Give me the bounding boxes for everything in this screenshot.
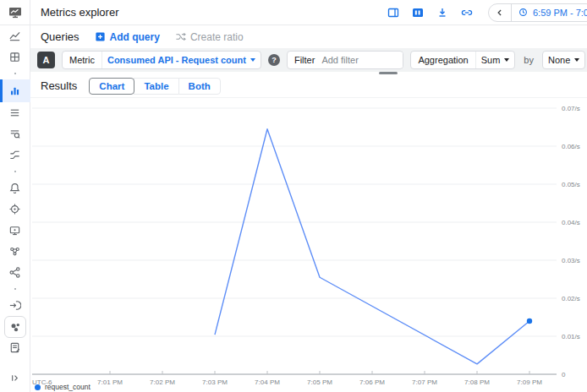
uptime-target-icon (8, 203, 21, 215)
alerting-bell-icon (8, 182, 21, 194)
chevron-left-icon (495, 8, 505, 18)
nav-divider-dot (0, 166, 30, 177)
sidebar-item-media[interactable] (0, 220, 30, 241)
sidebar-item-overview[interactable] (0, 25, 30, 46)
integrations-icon (8, 299, 21, 312)
time-range-picker[interactable]: 6:59 PM - 7:0 (488, 3, 587, 22)
metric-label: Metric (63, 55, 101, 65)
main-content: Metrics explorer (30, 0, 587, 392)
svg-text:0.07/s: 0.07/s (562, 105, 580, 112)
monitoring-logo-icon (8, 5, 23, 20)
sidebar-item-groups[interactable] (0, 316, 30, 337)
sidebar-expand-toggle[interactable] (0, 368, 30, 389)
sidebar-item-groups-cluster[interactable] (0, 241, 30, 262)
filter-input[interactable] (321, 52, 403, 68)
results-section: Results Chart Table Both 0.07/s0.06/s0.0… (30, 72, 587, 392)
chart-panel-icon (411, 6, 425, 19)
time-range-value[interactable]: 6:59 PM - 7:0 (512, 4, 587, 21)
time-back-button[interactable] (489, 4, 511, 21)
sidebar-item-settings-doc[interactable] (0, 337, 30, 358)
svg-text:7:01 PM: 7:01 PM (97, 378, 123, 386)
sidebar-item-integrations[interactable] (0, 295, 30, 316)
by-label: by (522, 55, 535, 65)
query-letter-badge[interactable]: A (37, 52, 55, 68)
svg-text:7:06 PM: 7:06 PM (359, 378, 385, 386)
top-bar: Metrics explorer (30, 0, 587, 25)
filter-chip: Filter (287, 51, 403, 69)
overview-chart-icon (8, 30, 21, 42)
groups-highlight-box (4, 316, 26, 338)
tab-chart[interactable]: Chart (89, 78, 134, 95)
side-panel-button[interactable] (387, 6, 400, 19)
create-ratio-button[interactable]: Create ratio (175, 31, 244, 43)
download-button[interactable] (436, 6, 449, 19)
metric-chip: Metric Consumed API - Request count (62, 51, 261, 69)
metric-dropdown[interactable]: Consumed API - Request count (102, 55, 261, 65)
line-chart[interactable]: 0.07/s0.06/s0.05/s0.04/s0.03/s0.02/s0.01… (30, 95, 587, 392)
svg-text:7:03 PM: 7:03 PM (202, 378, 228, 386)
group-by-dropdown[interactable]: None (543, 55, 584, 65)
svg-text:7:08 PM: 7:08 PM (464, 378, 490, 386)
series-label: request_count (45, 383, 91, 391)
svg-text:0.06/s: 0.06/s (562, 143, 580, 150)
aggregation-chip: Aggregation Sum (410, 51, 515, 69)
svg-text:0: 0 (562, 371, 566, 378)
results-row: Results Chart Table Both (30, 74, 587, 98)
tab-table[interactable]: Table (134, 78, 178, 95)
doc-edit-icon (8, 341, 21, 354)
download-icon (436, 6, 449, 19)
svg-text:7:07 PM: 7:07 PM (412, 378, 437, 386)
sidebar-item-uptime-checks[interactable] (0, 199, 30, 220)
metric-value: Consumed API - Request count (107, 55, 246, 65)
filter-label: Filter (288, 55, 321, 65)
link-icon (460, 6, 474, 19)
create-ratio-icon (175, 31, 186, 42)
sidebar-item-services[interactable] (0, 144, 30, 166)
monitoring-logo[interactable] (0, 0, 30, 25)
chevron-down-icon (504, 58, 509, 62)
add-query-button[interactable]: Add query (95, 31, 160, 43)
cluster-icon (8, 245, 21, 258)
aggregation-dropdown[interactable]: Sum (476, 55, 515, 65)
add-query-label: Add query (110, 31, 160, 43)
sidebar-item-alert-policies[interactable] (0, 102, 30, 123)
nav-divider-dot (0, 283, 30, 295)
left-nav-sidebar (0, 0, 30, 392)
sidebar-item-metrics-explorer[interactable] (0, 79, 30, 102)
legend-item[interactable]: request_count (35, 383, 91, 391)
help-icon[interactable]: ? (268, 54, 280, 66)
top-bar-actions: 6:59 PM - 7:0 (387, 3, 587, 22)
svg-text:0.05/s: 0.05/s (562, 181, 580, 188)
metrics-explorer-app: Metrics explorer (0, 0, 587, 392)
series-color-dot (35, 384, 41, 390)
time-range-text: 6:59 PM - 7:0 (533, 8, 587, 18)
chart-panel-button[interactable] (411, 6, 425, 19)
svg-text:0.03/s: 0.03/s (562, 257, 580, 264)
side-panel-icon (387, 6, 400, 19)
add-box-icon (95, 31, 106, 42)
sidebar-item-alerting[interactable] (0, 177, 30, 199)
aggregation-value: Sum (481, 55, 501, 65)
svg-text:7:04 PM: 7:04 PM (255, 378, 280, 386)
create-ratio-label: Create ratio (190, 31, 244, 43)
sidebar-item-share-graph[interactable] (0, 262, 30, 283)
tab-both[interactable]: Both (178, 78, 221, 95)
chevron-down-icon (574, 58, 579, 62)
queries-heading: Queries (41, 30, 80, 43)
nav-divider-dot (0, 68, 30, 79)
dashboards-icon (8, 51, 21, 63)
chart-canvas[interactable]: 0.07/s0.06/s0.05/s0.04/s0.03/s0.02/s0.01… (30, 95, 587, 389)
group-by-value: None (548, 55, 570, 65)
svg-text:7:05 PM: 7:05 PM (307, 378, 332, 386)
sidebar-item-dashboards[interactable] (0, 46, 30, 68)
sidebar-item-logs[interactable] (0, 123, 30, 144)
get-link-button[interactable] (460, 6, 474, 19)
page-title: Metrics explorer (41, 6, 118, 19)
expand-panel-icon (8, 372, 21, 384)
share-graph-icon (8, 266, 21, 279)
media-monitor-icon (8, 224, 21, 237)
list-icon (8, 106, 21, 119)
logs-search-icon (8, 128, 21, 140)
query-builder-strip: A Metric Consumed API - Request count ? … (30, 48, 587, 72)
aggregation-label: Aggregation (411, 55, 475, 65)
